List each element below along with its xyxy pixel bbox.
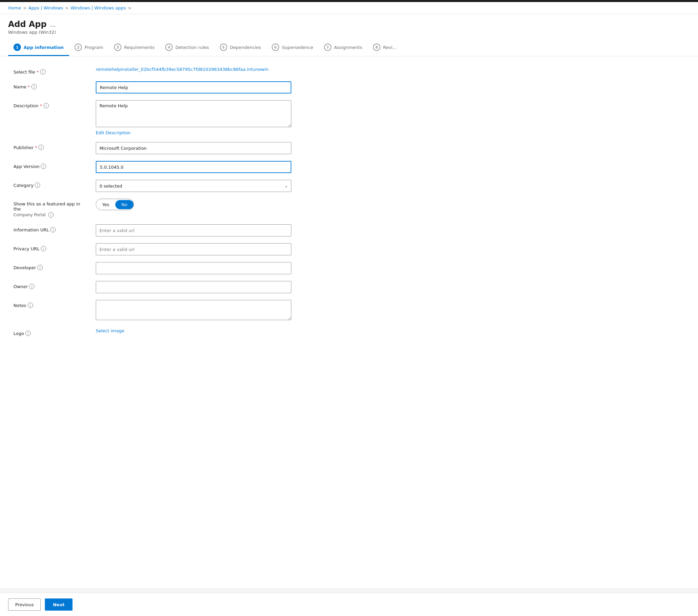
step-label-6: Supersedence [282,45,313,50]
step-label-8: Revi... [383,45,396,50]
publisher-label: Publisher * i [13,142,88,150]
step-circle-1: 1 [13,43,21,51]
description-info-icon[interactable]: i [43,103,49,108]
breadcrumb-windows-apps[interactable]: Windows | Windows apps [70,5,126,11]
toggle-no[interactable]: No [115,200,134,209]
name-field-wrapper [96,81,291,94]
step-label-1: App information [24,45,64,50]
wizard-step-8[interactable]: 8 Revi... [367,40,402,56]
wizard-step-3[interactable]: 3 Requirements [109,40,160,56]
breadcrumb-sep-1: > [23,6,26,11]
required-star-publisher: * [35,145,38,150]
breadcrumb-home[interactable]: Home [8,5,21,11]
publisher-info-icon[interactable]: i [39,145,44,150]
description-row: Description * i Remote Help Edit Descrip… [13,100,685,135]
privacy-url-input[interactable] [96,243,291,255]
bottom-bar: Previous Next [0,593,698,616]
page-title: Add App [8,19,46,29]
featured-app-label: Show this as a featured app in the Compa… [13,199,88,218]
logo-row: Logo i Select image [13,328,685,336]
information-url-row: Information URL i [13,224,685,236]
breadcrumb-apps-windows[interactable]: Apps | Windows [28,5,63,11]
wizard-step-7[interactable]: 7 Assignments [319,40,367,56]
page-header: Add App ... Windows app (Win32) 1 App in… [0,14,698,56]
toggle-yes[interactable]: Yes [96,200,115,209]
owner-field-wrapper [96,281,291,293]
wizard-step-6[interactable]: 6 Supersedence [266,40,319,56]
required-star-file: * [37,69,39,74]
publisher-field-wrapper [96,142,291,154]
required-star-desc: * [40,103,42,108]
more-options-icon[interactable]: ... [50,21,56,28]
step-circle-5: 5 [220,43,227,51]
next-button[interactable]: Next [45,599,72,611]
category-info-icon[interactable]: i [35,182,40,188]
information-url-field-wrapper [96,224,291,236]
description-label: Description * i [13,100,88,108]
app-version-input[interactable] [96,161,291,173]
logo-info-icon[interactable]: i [25,331,31,336]
notes-label: Notes i [13,300,88,308]
category-row: Category i 0 selected ⌄ [13,180,685,192]
description-field-wrapper: Remote Help Edit Description [96,100,291,135]
app-version-info-icon[interactable]: i [41,164,46,169]
breadcrumb-sep-3: > [128,6,131,11]
logo-label: Logo i [13,328,88,336]
featured-app-sublabel: Company Portal i [13,212,88,218]
wizard-step-1[interactable]: 1 App information [8,40,69,56]
privacy-url-info-icon[interactable]: i [41,246,46,251]
privacy-url-label: Privacy URL i [13,243,88,251]
step-label-2: Program [85,45,103,50]
wizard-step-5[interactable]: 5 Dependencies [214,40,267,56]
owner-input[interactable] [96,281,291,293]
notes-info-icon[interactable]: i [28,303,33,308]
select-file-row: Select file * i remotehelpinstaller_02bc… [13,67,685,74]
featured-app-toggle: Yes No [96,199,134,210]
privacy-url-row: Privacy URL i [13,243,685,255]
step-circle-3: 3 [114,43,121,51]
name-info-icon[interactable]: i [31,84,37,90]
select-file-label: Select file * i [13,67,88,74]
app-version-row: App Version i [13,161,685,173]
step-label-5: Dependencies [230,45,261,50]
required-star-name: * [28,84,30,90]
developer-info-icon[interactable]: i [38,265,43,270]
featured-app-info-icon[interactable]: i [48,212,54,218]
step-circle-6: 6 [272,43,279,51]
description-textarea[interactable]: Remote Help [96,100,291,127]
wizard-step-2[interactable]: 2 Program [69,40,109,56]
step-label-3: Requirements [124,45,154,50]
step-label-4: Detection rules [175,45,209,50]
step-circle-4: 4 [165,43,173,51]
breadcrumb-sep-2: > [65,6,68,11]
publisher-input[interactable] [96,142,291,154]
developer-label: Developer i [13,262,88,270]
category-select[interactable]: 0 selected [96,180,291,192]
page-subtitle: Windows app (Win32) [8,30,690,35]
app-version-label: App Version i [13,161,88,169]
select-image-link[interactable]: Select image [96,326,124,333]
privacy-url-field-wrapper [96,243,291,255]
select-file-value: remotehelpinstaller_02bcf544fb39ec58795c… [96,67,291,72]
logo-field-wrapper: Select image [96,328,291,333]
name-input[interactable] [96,81,291,94]
category-field-wrapper: 0 selected ⌄ [96,180,291,192]
selected-file-link[interactable]: remotehelpinstaller_02bcf544fb39ec58795c… [96,64,268,72]
step-label-7: Assignments [334,45,362,50]
owner-info-icon[interactable]: i [29,284,34,289]
information-url-input[interactable] [96,224,291,236]
notes-textarea[interactable] [96,300,291,320]
developer-input[interactable] [96,262,291,274]
category-label: Category i [13,180,88,188]
developer-field-wrapper [96,262,291,274]
wizard-step-4[interactable]: 4 Detection rules [160,40,214,56]
information-url-info-icon[interactable]: i [50,227,56,232]
wizard-steps: 1 App information 2 Program 3 Requiremen… [8,40,690,56]
featured-app-row: Show this as a featured app in the Compa… [13,199,685,218]
owner-label: Owner i [13,281,88,289]
edit-description-link[interactable]: Edit Description [96,130,130,135]
previous-button[interactable]: Previous [8,599,41,611]
breadcrumb: Home > Apps | Windows > Windows | Window… [0,2,698,14]
select-file-info-icon[interactable]: i [40,69,45,74]
notes-row: Notes i [13,300,685,321]
